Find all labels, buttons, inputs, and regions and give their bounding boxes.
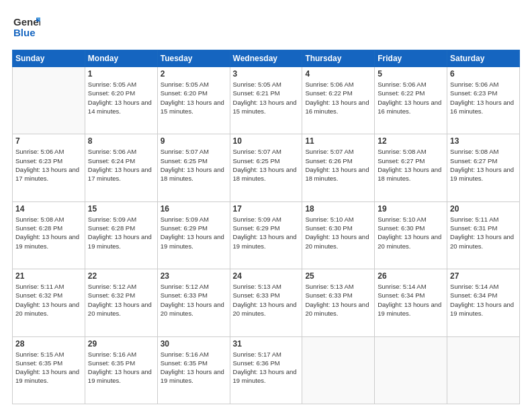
- cell-info: Sunrise: 5:08 AMSunset: 6:27 PMDaylight:…: [378, 147, 444, 183]
- calendar-cell: 5Sunrise: 5:06 AMSunset: 6:22 PMDaylight…: [375, 67, 447, 134]
- page: General Blue SundayMondayTuesdayWednesda…: [0, 0, 532, 411]
- day-number: 15: [88, 204, 154, 214]
- calendar-cell: 26Sunrise: 5:14 AMSunset: 6:34 PMDayligh…: [375, 269, 447, 336]
- calendar-cell: 12Sunrise: 5:08 AMSunset: 6:27 PMDayligh…: [375, 134, 447, 201]
- cell-info: Sunrise: 5:13 AMSunset: 6:33 PMDaylight:…: [305, 282, 371, 318]
- day-number: 6: [450, 69, 517, 79]
- day-number: 4: [305, 69, 371, 79]
- day-number: 2: [161, 69, 227, 79]
- calendar-cell: [447, 336, 520, 404]
- calendar-cell: 14Sunrise: 5:08 AMSunset: 6:28 PMDayligh…: [13, 201, 85, 269]
- logo-icon: General Blue: [12, 12, 40, 40]
- weekday-header: Friday: [375, 50, 447, 67]
- calendar-cell: 25Sunrise: 5:13 AMSunset: 6:33 PMDayligh…: [302, 269, 375, 336]
- cell-info: Sunrise: 5:05 AMSunset: 6:20 PMDaylight:…: [88, 80, 154, 116]
- day-number: 13: [450, 136, 517, 146]
- day-number: 26: [378, 271, 444, 281]
- day-number: 10: [233, 136, 300, 146]
- day-number: 16: [161, 204, 227, 214]
- cell-info: Sunrise: 5:07 AMSunset: 6:25 PMDaylight:…: [161, 147, 227, 183]
- calendar-cell: 16Sunrise: 5:09 AMSunset: 6:29 PMDayligh…: [157, 201, 230, 269]
- calendar-cell: 24Sunrise: 5:13 AMSunset: 6:33 PMDayligh…: [230, 269, 302, 336]
- cell-info: Sunrise: 5:06 AMSunset: 6:22 PMDaylight:…: [378, 80, 444, 116]
- day-number: 1: [88, 69, 154, 79]
- calendar-cell: 31Sunrise: 5:17 AMSunset: 6:36 PMDayligh…: [230, 336, 302, 404]
- calendar-cell: 11Sunrise: 5:07 AMSunset: 6:26 PMDayligh…: [302, 134, 375, 201]
- weekday-header: Saturday: [447, 50, 520, 67]
- calendar-cell: 13Sunrise: 5:08 AMSunset: 6:27 PMDayligh…: [447, 134, 520, 201]
- calendar-cell: 3Sunrise: 5:05 AMSunset: 6:21 PMDaylight…: [230, 67, 302, 134]
- cell-info: Sunrise: 5:07 AMSunset: 6:26 PMDaylight:…: [305, 147, 371, 183]
- calendar-cell: 18Sunrise: 5:10 AMSunset: 6:30 PMDayligh…: [302, 201, 375, 269]
- day-number: 24: [233, 271, 300, 281]
- calendar-cell: 27Sunrise: 5:14 AMSunset: 6:34 PMDayligh…: [447, 269, 520, 336]
- cell-info: Sunrise: 5:15 AMSunset: 6:35 PMDaylight:…: [15, 350, 82, 385]
- day-number: 27: [450, 271, 517, 281]
- day-number: 23: [161, 271, 227, 281]
- day-number: 5: [378, 69, 444, 79]
- calendar-cell: 29Sunrise: 5:16 AMSunset: 6:35 PMDayligh…: [85, 336, 157, 404]
- day-number: 21: [15, 271, 82, 281]
- cell-info: Sunrise: 5:07 AMSunset: 6:25 PMDaylight:…: [233, 147, 300, 183]
- cell-info: Sunrise: 5:05 AMSunset: 6:21 PMDaylight:…: [233, 80, 300, 116]
- cell-info: Sunrise: 5:08 AMSunset: 6:28 PMDaylight:…: [15, 215, 82, 250]
- day-number: 18: [305, 204, 371, 214]
- day-number: 11: [305, 136, 371, 146]
- calendar-table: SundayMondayTuesdayWednesdayThursdayFrid…: [12, 50, 520, 404]
- day-number: 31: [233, 339, 300, 349]
- cell-info: Sunrise: 5:17 AMSunset: 6:36 PMDaylight:…: [233, 350, 300, 385]
- weekday-header: Thursday: [302, 50, 375, 67]
- cell-info: Sunrise: 5:14 AMSunset: 6:34 PMDaylight:…: [378, 282, 444, 318]
- calendar-cell: 4Sunrise: 5:06 AMSunset: 6:22 PMDaylight…: [302, 67, 375, 134]
- cell-info: Sunrise: 5:09 AMSunset: 6:29 PMDaylight:…: [161, 215, 227, 250]
- cell-info: Sunrise: 5:06 AMSunset: 6:23 PMDaylight:…: [450, 80, 517, 116]
- cell-info: Sunrise: 5:12 AMSunset: 6:32 PMDaylight:…: [88, 282, 154, 318]
- weekday-header-row: SundayMondayTuesdayWednesdayThursdayFrid…: [13, 50, 520, 67]
- day-number: 22: [88, 271, 154, 281]
- cell-info: Sunrise: 5:06 AMSunset: 6:23 PMDaylight:…: [15, 147, 82, 183]
- calendar-week-row: 7Sunrise: 5:06 AMSunset: 6:23 PMDaylight…: [13, 134, 520, 201]
- calendar-cell: 19Sunrise: 5:10 AMSunset: 6:30 PMDayligh…: [375, 201, 447, 269]
- cell-info: Sunrise: 5:11 AMSunset: 6:31 PMDaylight:…: [450, 215, 517, 250]
- weekday-header: Sunday: [13, 50, 85, 67]
- calendar-week-row: 28Sunrise: 5:15 AMSunset: 6:35 PMDayligh…: [13, 336, 520, 404]
- day-number: 3: [233, 69, 300, 79]
- cell-info: Sunrise: 5:12 AMSunset: 6:33 PMDaylight:…: [161, 282, 227, 318]
- calendar-cell: 1Sunrise: 5:05 AMSunset: 6:20 PMDaylight…: [85, 67, 157, 134]
- day-number: 20: [450, 204, 517, 214]
- cell-info: Sunrise: 5:06 AMSunset: 6:22 PMDaylight:…: [305, 80, 371, 116]
- calendar-cell: 22Sunrise: 5:12 AMSunset: 6:32 PMDayligh…: [85, 269, 157, 336]
- calendar-cell: [302, 336, 375, 404]
- calendar-cell: 15Sunrise: 5:09 AMSunset: 6:28 PMDayligh…: [85, 201, 157, 269]
- logo: General Blue: [12, 12, 40, 43]
- day-number: 29: [88, 339, 154, 349]
- calendar-cell: [13, 67, 85, 134]
- day-number: 19: [378, 204, 444, 214]
- cell-info: Sunrise: 5:09 AMSunset: 6:29 PMDaylight:…: [233, 215, 300, 250]
- cell-info: Sunrise: 5:13 AMSunset: 6:33 PMDaylight:…: [233, 282, 300, 318]
- cell-info: Sunrise: 5:10 AMSunset: 6:30 PMDaylight:…: [305, 215, 371, 250]
- calendar-cell: 6Sunrise: 5:06 AMSunset: 6:23 PMDaylight…: [447, 67, 520, 134]
- day-number: 14: [15, 204, 82, 214]
- calendar-cell: 2Sunrise: 5:05 AMSunset: 6:20 PMDaylight…: [157, 67, 230, 134]
- calendar-cell: 17Sunrise: 5:09 AMSunset: 6:29 PMDayligh…: [230, 201, 302, 269]
- calendar-cell: [375, 336, 447, 404]
- calendar-week-row: 1Sunrise: 5:05 AMSunset: 6:20 PMDaylight…: [13, 67, 520, 134]
- day-number: 9: [161, 136, 227, 146]
- cell-info: Sunrise: 5:06 AMSunset: 6:24 PMDaylight:…: [88, 147, 154, 183]
- cell-info: Sunrise: 5:05 AMSunset: 6:20 PMDaylight:…: [161, 80, 227, 116]
- cell-info: Sunrise: 5:16 AMSunset: 6:35 PMDaylight:…: [161, 350, 227, 385]
- cell-info: Sunrise: 5:10 AMSunset: 6:30 PMDaylight:…: [378, 215, 444, 250]
- calendar-cell: 10Sunrise: 5:07 AMSunset: 6:25 PMDayligh…: [230, 134, 302, 201]
- calendar-cell: 20Sunrise: 5:11 AMSunset: 6:31 PMDayligh…: [447, 201, 520, 269]
- day-number: 30: [161, 339, 227, 349]
- day-number: 17: [233, 204, 300, 214]
- day-number: 7: [15, 136, 82, 146]
- cell-info: Sunrise: 5:08 AMSunset: 6:27 PMDaylight:…: [450, 147, 517, 183]
- weekday-header: Wednesday: [230, 50, 302, 67]
- calendar-cell: 9Sunrise: 5:07 AMSunset: 6:25 PMDaylight…: [157, 134, 230, 201]
- day-number: 12: [378, 136, 444, 146]
- calendar-cell: 23Sunrise: 5:12 AMSunset: 6:33 PMDayligh…: [157, 269, 230, 336]
- svg-text:Blue: Blue: [13, 27, 36, 38]
- weekday-header: Monday: [85, 50, 157, 67]
